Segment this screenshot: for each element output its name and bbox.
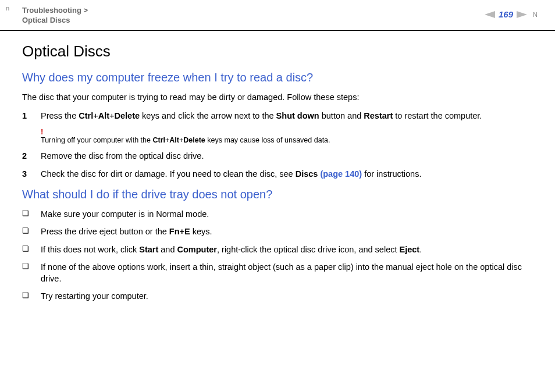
discs-label: Discs	[296, 169, 321, 179]
step-2: 2 Remove the disc from the optical disc …	[22, 150, 533, 162]
text: If this does not work, click	[41, 245, 139, 254]
text: button and	[319, 111, 364, 120]
text: , right-click the optical disc drive ico…	[217, 245, 400, 254]
step-number: 2	[22, 150, 41, 162]
restart-label: Restart	[364, 111, 393, 120]
bullet-icon: ❏	[22, 290, 41, 302]
text: keys may cause loss of unsaved data.	[205, 136, 330, 144]
page-140-link[interactable]: (page 140)	[320, 169, 362, 179]
computer-label: Computer	[177, 245, 217, 254]
bullet-icon: ❏	[22, 261, 41, 285]
item-body: If none of the above options work, inser…	[41, 261, 533, 285]
text: Check the disc for dirt or damage. If yo…	[41, 169, 296, 179]
key-alt: Alt	[169, 136, 179, 144]
item-body: If this does not work, click Start and C…	[41, 244, 533, 255]
list-item: ❏ Press the drive eject button or the Fn…	[22, 226, 533, 237]
start-label: Start	[139, 245, 158, 254]
section1-title: Why does my computer freeze when I try t…	[22, 71, 533, 84]
eject-label: Eject	[400, 245, 420, 254]
text: to restart the computer.	[393, 111, 482, 120]
warning-block: ! Turning off your computer with the Ctr…	[41, 127, 533, 144]
content-area: Optical Discs Why does my computer freez…	[0, 31, 555, 302]
breadcrumb-line1: Troubleshooting >	[22, 6, 88, 16]
text: Press the drive eject button or the	[41, 227, 169, 236]
text: keys and click the arrow next to the	[140, 111, 276, 120]
text: +	[109, 111, 114, 120]
list-item: ❏ Try restarting your computer.	[22, 290, 533, 302]
warning-icon: !	[41, 127, 533, 136]
step-body: Check the disc for dirt or damage. If yo…	[41, 168, 533, 180]
svg-marker-1	[517, 11, 527, 18]
item-body: Try restarting your computer.	[41, 290, 533, 302]
bullet-icon: ❏	[22, 226, 41, 237]
section2-title: What should I do if the drive tray does …	[22, 188, 533, 201]
bullet-icon: ❏	[22, 244, 41, 255]
text: .	[419, 245, 422, 254]
corner-marker: n	[6, 5, 9, 12]
page-title: Optical Discs	[22, 42, 533, 60]
warning-text: Turning off your computer with the Ctrl+…	[41, 136, 533, 144]
prev-page-arrow-icon[interactable]	[485, 11, 495, 18]
key-ctrl: Ctrl	[79, 111, 93, 120]
step-1: 1 Press the Ctrl+Alt+Delete keys and cli…	[22, 110, 533, 122]
step-body: Remove the disc from the optical disc dr…	[41, 150, 533, 162]
breadcrumb: Troubleshooting > Optical Discs	[22, 6, 88, 26]
key-ctrl: Ctrl	[152, 136, 165, 144]
text: +	[93, 111, 98, 120]
shutdown-label: Shut down	[276, 111, 319, 120]
item-body: Press the drive eject button or the Fn+E…	[41, 226, 533, 237]
key-delete: Delete	[183, 136, 205, 144]
step-body: Press the Ctrl+Alt+Delete keys and click…	[41, 110, 533, 122]
page-header: Troubleshooting > Optical Discs 169 N	[0, 0, 555, 31]
list-item: ❏ If this does not work, click Start and…	[22, 244, 533, 255]
text: Turning off your computer with the	[41, 136, 152, 144]
next-page-arrow-icon[interactable]	[517, 11, 527, 18]
step-number: 3	[22, 168, 41, 180]
key-alt: Alt	[98, 111, 109, 120]
section1-intro: The disc that your computer is trying to…	[22, 91, 533, 103]
svg-marker-0	[485, 11, 495, 18]
key-fn-e: Fn+E	[169, 227, 190, 236]
key-delete: Delete	[115, 111, 140, 120]
text: and	[158, 245, 177, 254]
page-number: 169	[499, 9, 513, 19]
text: for instructions.	[362, 169, 421, 179]
bullet-icon: ❏	[22, 208, 41, 220]
page-nav: 169 N	[485, 9, 538, 19]
step-number: 1	[22, 110, 41, 122]
corner-n-marker: N	[533, 11, 538, 18]
text: keys.	[190, 227, 212, 236]
list-item: ❏ Make sure your computer is in Normal m…	[22, 208, 533, 220]
item-body: Make sure your computer is in Normal mod…	[41, 208, 533, 220]
text: Press the	[41, 111, 79, 120]
list-item: ❏ If none of the above options work, ins…	[22, 261, 533, 285]
step-3: 3 Check the disc for dirt or damage. If …	[22, 168, 533, 180]
breadcrumb-line2: Optical Discs	[22, 16, 88, 26]
